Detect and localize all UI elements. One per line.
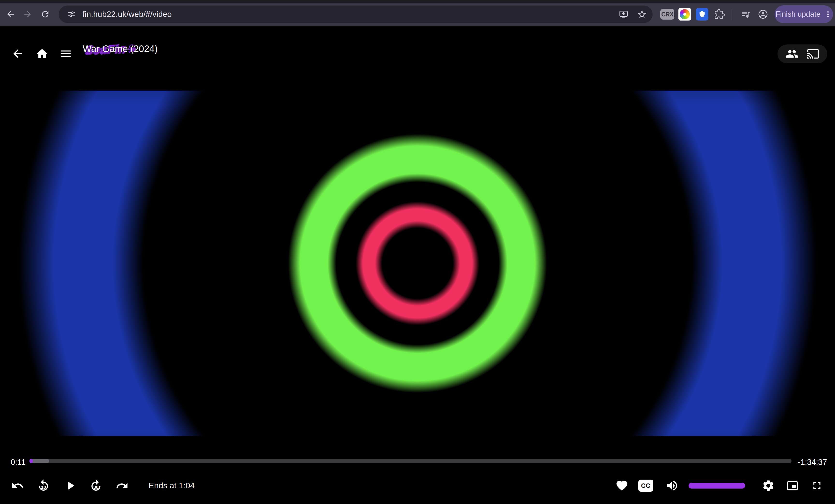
home-icon (36, 47, 48, 60)
extension-bitwarden[interactable] (694, 3, 711, 26)
install-app-icon[interactable] (614, 5, 633, 23)
settings-button[interactable] (757, 473, 780, 498)
browser-back-button[interactable] (2, 3, 19, 26)
browser-menu-dots-icon (824, 10, 832, 18)
video-title: War Game (2024) (83, 43, 158, 54)
address-bar[interactable]: fin.hub22.uk/web/#/video (59, 5, 653, 23)
extensions-menu-button[interactable] (711, 3, 728, 26)
forward-30-button[interactable]: 30 (84, 473, 107, 498)
syncplay-button[interactable] (786, 47, 798, 60)
player-menu-button[interactable] (54, 41, 78, 67)
favorite-button[interactable] (610, 473, 633, 498)
window-frame-strip (0, 0, 835, 3)
forward-seconds-label: 30 (89, 485, 103, 490)
skip-previous-icon (11, 479, 24, 492)
rewind-seconds-label: 10 (37, 485, 50, 490)
fullscreen-icon (811, 480, 823, 492)
browser-toolbar: fin.hub22.uk/web/#/video CRX Fi (0, 3, 835, 26)
finish-update-label: Finish update (776, 10, 820, 19)
back-icon (6, 9, 16, 19)
heart-icon (615, 479, 628, 492)
next-track-button[interactable] (110, 473, 134, 498)
volume-slider[interactable] (689, 483, 745, 488)
extensions-puzzle-icon (714, 9, 725, 20)
extension-crx[interactable]: CRX (659, 3, 676, 26)
volume-icon (666, 479, 679, 492)
remaining-time: -1:34:37 (798, 458, 827, 467)
replay-10-icon: 10 (37, 479, 50, 492)
forward-icon (23, 9, 33, 19)
hamburger-menu-icon (60, 47, 72, 60)
media-controls-button[interactable] (737, 3, 754, 26)
bitwarden-shield-icon (696, 8, 708, 21)
pinwheel-extension-icon (678, 8, 691, 21)
fullscreen-button[interactable] (805, 473, 829, 498)
reload-icon (40, 9, 50, 19)
seek-bar-played (29, 459, 33, 463)
current-time: 0:11 (11, 458, 26, 467)
cc-icon: CC (638, 480, 653, 492)
site-info-icon[interactable] (67, 10, 76, 19)
volume-button[interactable] (660, 473, 684, 498)
forward-30-icon: 30 (89, 479, 103, 492)
ends-at-label: Ends at 1:04 (148, 481, 195, 490)
arrow-back-icon (12, 47, 24, 60)
previous-track-button[interactable] (6, 473, 29, 498)
browser-forward-button[interactable] (19, 3, 36, 26)
video-surface[interactable] (0, 90, 835, 436)
pip-icon (786, 479, 799, 492)
cast-icon (807, 47, 819, 60)
picture-in-picture-button[interactable] (781, 473, 804, 498)
extension-pinwheel[interactable] (676, 3, 693, 26)
player-home-button[interactable] (30, 41, 54, 67)
crx-extension-icon: CRX (660, 9, 674, 20)
volume-slider-fill (689, 483, 745, 488)
video-player-page: SeaFin☠ War Game (2024) 0:11 -1:34:37 10 (0, 26, 835, 504)
url-text[interactable]: fin.hub22.uk/web/#/video (82, 10, 172, 19)
group-people-icon (786, 47, 798, 60)
play-icon (63, 479, 77, 492)
toolbar-separator (731, 9, 731, 20)
bookmark-star-icon[interactable] (633, 5, 651, 23)
skip-next-icon (116, 479, 128, 492)
player-header-actions (777, 44, 827, 63)
subtitles-button[interactable]: CC (634, 473, 657, 498)
play-button[interactable] (59, 473, 82, 498)
player-back-button[interactable] (5, 41, 30, 67)
profile-button[interactable] (755, 3, 771, 26)
cast-button[interactable] (807, 47, 819, 60)
player-top-bar: SeaFin☠ War Game (2024) (0, 26, 835, 105)
rewind-10-button[interactable]: 10 (32, 473, 55, 498)
gear-icon (762, 479, 775, 492)
profile-avatar-icon (758, 9, 768, 20)
seek-bar[interactable] (29, 459, 792, 463)
media-controls-icon (740, 9, 751, 19)
browser-reload-button[interactable] (37, 3, 54, 26)
finish-update-button[interactable]: Finish update (775, 5, 833, 23)
